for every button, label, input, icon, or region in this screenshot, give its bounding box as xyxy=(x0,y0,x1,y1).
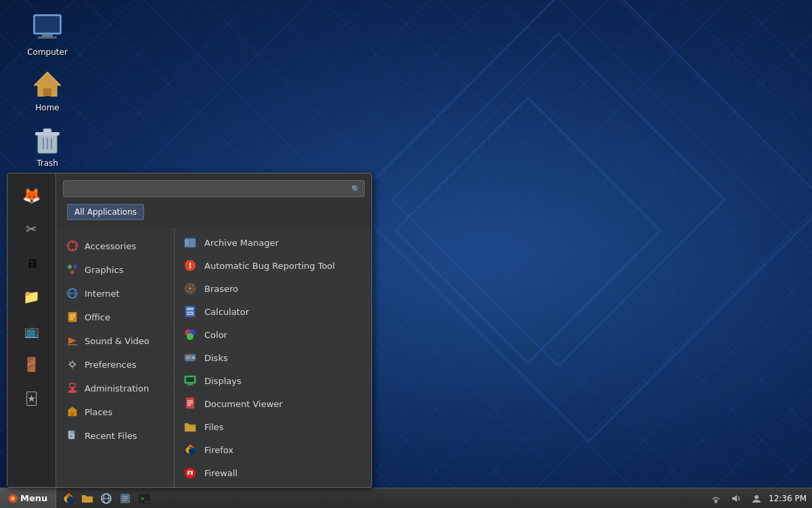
sidebar-btn-firefox[interactable]: 🦊 xyxy=(13,179,51,211)
svg-point-17 xyxy=(68,265,72,269)
taskbar-volume-icon[interactable] xyxy=(728,490,744,507)
svg-rect-34 xyxy=(70,431,74,433)
svg-rect-28 xyxy=(68,344,77,345)
internet-icon xyxy=(66,287,79,300)
taskbar-files-icon[interactable] xyxy=(117,490,133,507)
desktop: Computer Home Trash 🦊 xyxy=(0,0,812,508)
svg-rect-32 xyxy=(71,412,74,416)
svg-rect-2 xyxy=(42,34,53,37)
sidebar-btn-monitor[interactable]: 📺 xyxy=(13,314,51,347)
office-icon xyxy=(66,310,79,324)
svg-point-59 xyxy=(192,356,195,359)
cat-recent-files-label: Recent Files xyxy=(85,431,137,441)
app-calculator[interactable]: Calculator xyxy=(175,300,371,323)
home-icon xyxy=(31,68,64,100)
sidebar-btn-card[interactable]: 🃏 xyxy=(13,382,51,415)
app-disks-label: Disks xyxy=(204,353,228,363)
sidebar-btn-exit[interactable]: 🚪 xyxy=(13,348,51,381)
menu-icon xyxy=(8,494,18,503)
app-archive-manager[interactable]: Archive Manager xyxy=(175,231,371,254)
svg-marker-27 xyxy=(68,337,76,344)
desktop-icon-trash[interactable]: Trash xyxy=(20,123,74,168)
svg-rect-51 xyxy=(191,312,194,313)
svg-rect-64 xyxy=(188,383,192,385)
category-graphics[interactable]: Graphics xyxy=(59,258,171,281)
administration-icon xyxy=(66,381,79,395)
svg-rect-3 xyxy=(38,37,57,39)
svg-rect-30 xyxy=(70,383,75,387)
taskbar-terminal-icon[interactable]: >_ xyxy=(136,490,152,507)
taskbar-globe-icon[interactable] xyxy=(98,490,114,507)
taskbar-folder-icon[interactable] xyxy=(79,490,95,507)
all-apps-button[interactable]: All Applications xyxy=(67,204,144,220)
cat-accessories-label: Accessories xyxy=(85,241,136,251)
app-disks[interactable]: Disks xyxy=(175,346,371,369)
app-document-viewer-label: Document Viewer xyxy=(204,399,283,409)
category-internet[interactable]: Internet xyxy=(59,282,171,305)
preferences-icon xyxy=(66,358,79,371)
places-icon xyxy=(66,405,79,419)
accessories-icon xyxy=(66,239,79,253)
app-abrt[interactable]: ! Automatic Bug Reporting Tool xyxy=(175,254,371,277)
app-firefox[interactable]: Firefox xyxy=(175,438,371,461)
category-accessories[interactable]: Accessories xyxy=(59,234,171,257)
taskbar-shortcuts: >_ xyxy=(56,490,702,507)
taskbar-menu-button[interactable]: Menu xyxy=(0,488,56,508)
svg-text:>_: >_ xyxy=(141,495,148,502)
svg-marker-87 xyxy=(732,495,737,502)
calculator-icon xyxy=(183,304,198,319)
sidebar-btn-terminal[interactable]: 🖥 xyxy=(13,247,51,279)
sidebar-btn-files[interactable]: 📁 xyxy=(13,280,51,313)
category-preferences[interactable]: Preferences xyxy=(59,353,171,376)
taskbar-network-icon[interactable] xyxy=(708,490,724,507)
files-icon xyxy=(183,419,198,434)
taskbar-user-icon[interactable] xyxy=(748,490,765,507)
category-office[interactable]: Office xyxy=(59,305,171,329)
category-sound-video[interactable]: Sound & Video xyxy=(59,329,171,352)
cat-sound-video-label: Sound & Video xyxy=(85,336,150,346)
search-input[interactable] xyxy=(63,180,365,197)
computer-label: Computer xyxy=(27,47,68,57)
firewall-icon xyxy=(183,465,198,480)
brasero-icon xyxy=(183,281,198,296)
app-document-viewer[interactable]: Document Viewer xyxy=(175,392,371,415)
category-places[interactable]: Places xyxy=(59,400,171,423)
cat-internet-label: Internet xyxy=(85,289,120,299)
svg-rect-52 xyxy=(187,314,189,315)
svg-rect-49 xyxy=(187,312,189,313)
svg-text:!: ! xyxy=(188,261,191,270)
svg-point-88 xyxy=(754,495,759,499)
menu-search-area: All Applications xyxy=(56,173,371,228)
taskbar: Menu >_ xyxy=(0,488,812,508)
desktop-icon-computer[interactable]: Computer xyxy=(20,12,74,57)
desktop-icon-home[interactable]: Home xyxy=(20,68,74,112)
menu-label: Menu xyxy=(20,493,47,503)
app-menu: 🦊 ✂ 🖥 📁 📺 🚪 🃏 xyxy=(7,173,372,488)
document-viewer-icon xyxy=(183,396,198,411)
app-abrt-label: Automatic Bug Reporting Tool xyxy=(204,261,335,271)
cat-preferences-label: Preferences xyxy=(85,360,136,370)
app-brasero[interactable]: Brasero xyxy=(175,277,371,300)
app-files[interactable]: Files xyxy=(175,415,371,438)
svg-rect-1 xyxy=(35,16,60,33)
svg-rect-63 xyxy=(186,377,194,382)
app-archive-manager-label: Archive Manager xyxy=(204,238,279,248)
taskbar-system-tray: 12:36 PM xyxy=(702,490,812,507)
svg-point-29 xyxy=(70,362,74,366)
app-color[interactable]: Color xyxy=(175,323,371,346)
home-label: Home xyxy=(35,103,59,112)
sidebar-btn-tools[interactable]: ✂ xyxy=(13,213,51,245)
app-color-label: Color xyxy=(204,330,227,340)
cat-administration-label: Administration xyxy=(85,383,149,394)
category-administration[interactable]: Administration xyxy=(59,377,171,400)
category-recent-files[interactable]: Recent Files xyxy=(59,424,171,447)
app-firewall[interactable]: Firewall xyxy=(175,461,371,484)
svg-point-45 xyxy=(189,287,191,290)
svg-point-86 xyxy=(715,501,717,503)
svg-point-57 xyxy=(187,333,194,340)
taskbar-firefox-icon[interactable] xyxy=(60,490,76,507)
svg-point-19 xyxy=(70,270,74,274)
app-displays[interactable]: Displays xyxy=(175,369,371,392)
recent-files-icon xyxy=(66,429,79,442)
displays-icon xyxy=(183,373,198,388)
